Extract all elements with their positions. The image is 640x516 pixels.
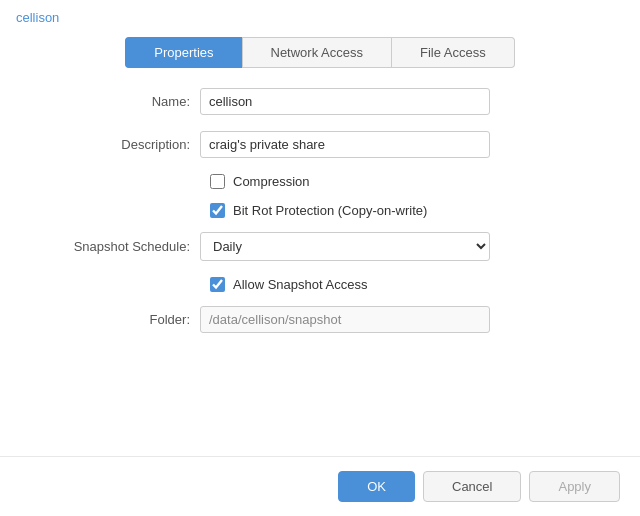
- description-row: Description:: [60, 131, 580, 158]
- ok-button[interactable]: OK: [338, 471, 415, 502]
- apply-button[interactable]: Apply: [529, 471, 620, 502]
- bit-rot-checkbox[interactable]: [210, 203, 225, 218]
- tab-network-access[interactable]: Network Access: [242, 37, 392, 68]
- breadcrumb-text: cellison: [16, 10, 59, 25]
- allow-snapshot-label[interactable]: Allow Snapshot Access: [233, 277, 367, 292]
- cancel-button[interactable]: Cancel: [423, 471, 521, 502]
- compression-label[interactable]: Compression: [233, 174, 310, 189]
- description-input[interactable]: [200, 131, 490, 158]
- allow-snapshot-row: Allow Snapshot Access: [210, 277, 580, 292]
- name-input[interactable]: [200, 88, 490, 115]
- snapshot-schedule-label: Snapshot Schedule:: [60, 239, 200, 254]
- form-area: Name: Description: Compression Bit Rot P…: [0, 88, 640, 333]
- folder-input[interactable]: [200, 306, 490, 333]
- compression-row: Compression: [210, 174, 580, 189]
- tab-bar: Properties Network Access File Access: [110, 37, 530, 68]
- breadcrumb[interactable]: cellison: [0, 0, 640, 31]
- tab-properties[interactable]: Properties: [125, 37, 241, 68]
- allow-snapshot-checkbox[interactable]: [210, 277, 225, 292]
- snapshot-schedule-row: Snapshot Schedule: Daily Weekly Monthly …: [60, 232, 580, 261]
- bit-rot-label[interactable]: Bit Rot Protection (Copy-on-write): [233, 203, 427, 218]
- name-row: Name:: [60, 88, 580, 115]
- folder-row: Folder:: [60, 306, 580, 333]
- tab-file-access[interactable]: File Access: [392, 37, 515, 68]
- name-label: Name:: [60, 94, 200, 109]
- snapshot-schedule-select[interactable]: Daily Weekly Monthly None: [200, 232, 490, 261]
- folder-label: Folder:: [60, 312, 200, 327]
- bit-rot-row: Bit Rot Protection (Copy-on-write): [210, 203, 580, 218]
- footer: OK Cancel Apply: [0, 456, 640, 516]
- description-label: Description:: [60, 137, 200, 152]
- compression-checkbox[interactable]: [210, 174, 225, 189]
